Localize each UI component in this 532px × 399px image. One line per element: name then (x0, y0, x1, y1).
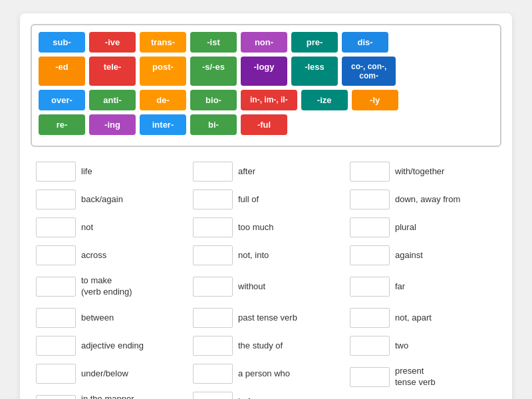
match-item-not-apart: not, apart (344, 304, 501, 332)
match-item-adj-ending: adjective ending (31, 332, 188, 360)
match-item-study-of: the study of (188, 332, 344, 360)
tile-non[interactable]: non- (241, 32, 287, 53)
match-item-not-into: not, into (188, 241, 344, 269)
match-label-not-apart: not, apart (395, 313, 432, 324)
match-box-plural[interactable] (350, 217, 390, 237)
match-box-far[interactable] (350, 277, 390, 297)
match-label-without: without (238, 281, 265, 293)
match-box-without[interactable] (193, 277, 233, 297)
match-item-two: two (344, 332, 501, 360)
match-item-between: between (31, 304, 188, 332)
match-label-not: not (81, 222, 93, 233)
match-box-manner[interactable] (36, 395, 76, 399)
match-col-2: after full of too much not, into without… (188, 158, 344, 399)
match-item-after: after (188, 158, 344, 186)
tile-de[interactable]: de- (140, 90, 186, 110)
match-item-person-who: a person who (188, 360, 344, 388)
tile-ed[interactable]: -ed (39, 57, 85, 86)
match-label-life: life (81, 166, 92, 178)
tile-less[interactable]: -less (291, 57, 338, 86)
match-label-against: against (395, 250, 423, 261)
match-box-two[interactable] (350, 336, 390, 356)
match-box-too-much[interactable] (193, 217, 233, 237)
match-item-past-tense: past tense verb (188, 304, 344, 332)
match-item-present-tense: presenttense verb (344, 360, 501, 394)
tile-sub[interactable]: sub- (39, 32, 85, 53)
tile-logy[interactable]: -logy (241, 57, 287, 86)
match-item-life: life (31, 158, 188, 186)
match-label-adj-ending: adjective ending (81, 340, 144, 352)
match-label-manner: in the mannerof (how?) (81, 394, 134, 399)
tile-ing[interactable]: -ing (89, 114, 136, 135)
match-box-study-of[interactable] (193, 336, 233, 356)
match-box-person-who[interactable] (193, 364, 233, 384)
match-label-after: after (238, 166, 255, 178)
main-container: sub- -ive trans- -ist non- pre- dis- -ed… (20, 13, 512, 399)
tile-re[interactable]: re- (39, 114, 85, 135)
tile-ful[interactable]: -ful (241, 114, 287, 135)
match-label-not-into: not, into (238, 250, 269, 261)
tile-ist[interactable]: -ist (190, 32, 237, 53)
tile-post[interactable]: post- (140, 57, 186, 86)
match-label-full-of: full of (238, 194, 259, 205)
match-box-under[interactable] (36, 364, 76, 384)
tile-pre[interactable]: pre- (291, 32, 338, 53)
tile-over[interactable]: over- (39, 90, 85, 110)
match-label-back: back/again (81, 194, 123, 205)
match-box-not[interactable] (36, 217, 76, 237)
match-item-to-make: to make(verb ending) (31, 269, 188, 304)
match-label-down-away: down, away from (395, 194, 460, 205)
tiles-row-1: sub- -ive trans- -ist non- pre- dis- (39, 32, 493, 53)
match-item-before: before (188, 388, 344, 399)
matching-section: life back/again not across to make(verb … (31, 158, 501, 399)
tile-ly[interactable]: -ly (352, 90, 398, 110)
tile-ize[interactable]: -ize (301, 90, 348, 110)
tile-in-im-il[interactable]: in-, im-, il- (241, 90, 297, 110)
match-item-with-together: with/together (344, 158, 501, 186)
tile-tele[interactable]: tele- (89, 57, 136, 86)
match-box-back[interactable] (36, 190, 76, 209)
match-item-manner: in the mannerof (how?) (31, 388, 188, 399)
match-box-adj-ending[interactable] (36, 336, 76, 356)
match-item-back: back/again (31, 186, 188, 213)
match-box-life[interactable] (36, 162, 76, 182)
match-label-past-tense: past tense verb (238, 313, 297, 324)
match-item-across: across (31, 241, 188, 269)
match-item-down-away: down, away from (344, 186, 501, 213)
match-label-study-of: the study of (238, 340, 283, 352)
match-label-too-much: too much (238, 222, 273, 233)
match-label-person-who: a person who (238, 368, 290, 380)
match-label-between: between (81, 313, 114, 324)
match-box-present-tense[interactable] (350, 367, 390, 387)
tile-bio[interactable]: bio- (190, 90, 237, 110)
match-box-between[interactable] (36, 308, 76, 328)
match-box-against[interactable] (350, 245, 390, 265)
match-box-past-tense[interactable] (193, 308, 233, 328)
match-item-far: far (344, 269, 501, 304)
match-col-1: life back/again not across to make(verb … (31, 158, 188, 399)
match-box-before[interactable] (193, 392, 233, 399)
tile-dis[interactable]: dis- (342, 32, 388, 53)
match-item-without: without (188, 269, 344, 304)
match-label-with-together: with/together (395, 166, 444, 178)
tiles-row-4: re- -ing inter- bi- -ful (39, 114, 493, 135)
tile-bi[interactable]: bi- (190, 114, 237, 135)
match-label-across: across (81, 250, 106, 261)
match-box-not-apart[interactable] (350, 308, 390, 328)
tiles-row-2: -ed tele- post- -s/-es -logy -less co-, … (39, 57, 493, 86)
match-box-after[interactable] (193, 162, 233, 182)
tile-ses[interactable]: -s/-es (190, 57, 237, 86)
tile-inter[interactable]: inter- (140, 114, 186, 135)
match-label-plural: plural (395, 222, 416, 233)
match-item-full-of: full of (188, 186, 344, 213)
match-box-down-away[interactable] (350, 190, 390, 209)
match-box-across[interactable] (36, 245, 76, 265)
tile-anti[interactable]: anti- (89, 90, 136, 110)
tile-ive[interactable]: -ive (89, 32, 136, 53)
match-box-with-together[interactable] (350, 162, 390, 182)
match-box-not-into[interactable] (193, 245, 233, 265)
tile-co-con-com[interactable]: co-, con-,com- (342, 57, 396, 86)
match-box-full-of[interactable] (193, 190, 233, 209)
tile-trans[interactable]: trans- (140, 32, 186, 53)
match-box-to-make[interactable] (36, 277, 76, 297)
